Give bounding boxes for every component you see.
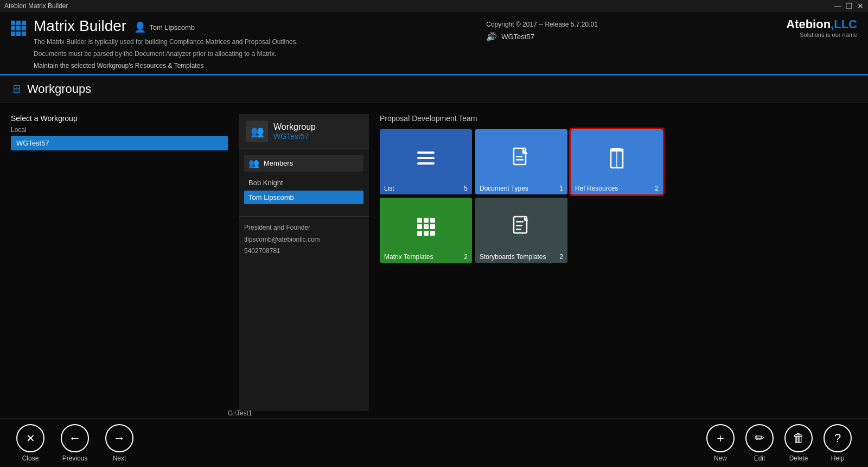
tile-ref-resources-label: Ref Resources [575,185,618,192]
next-button[interactable]: → Next [105,424,133,462]
members-label: Members [264,159,293,167]
section-title: Workgroups [27,82,91,96]
left-panel: Select a Workgroup Local WGTest57 [11,114,228,411]
member-tom-lipscomb[interactable]: Tom Lipscomb [244,191,363,204]
proposal-label: Proposal Development Team [380,114,857,123]
close-label: Close [22,455,39,462]
minimize-button[interactable]: — [834,2,841,10]
help-button[interactable]: ? Help [824,424,852,462]
tile-list-label: List [384,185,394,192]
footer-path: G:\Test1 [228,409,252,417]
main-content: Select a Workgroup Local WGTest57 👥 Work… [0,103,868,422]
workgroup-list-item[interactable]: WGTest57 [11,136,228,150]
tile-storyboards-count: 2 [559,253,563,261]
previous-button[interactable]: ← Previous [61,424,89,462]
tile-ref-resources-bottom: Ref Resources 2 [571,182,663,194]
logo-suffix: ,LLC [831,17,857,31]
header-left: Matrix Builder 👤 Tom Lipscomb The Matrix… [11,17,298,70]
svg-rect-12 [430,224,435,229]
svg-rect-8 [424,218,429,223]
members-icon: 👥 [248,158,259,168]
tile-ref-resources[interactable]: Ref Resources 2 [571,129,663,194]
tile-matrix-templates[interactable]: Matrix Templates 2 [380,198,472,263]
edit-circle: ✏ [745,424,774,452]
workgroup-title-label: Workgroup [273,122,316,132]
local-label: Local [11,126,228,134]
app-header: Matrix Builder 👤 Tom Lipscomb The Matrix… [0,12,868,75]
tile-list-bottom: List 5 [380,182,472,194]
svg-rect-10 [417,224,422,229]
members-section: 👥 Members Bob Knight Tom Lipscomb [239,149,369,211]
atebion-tagline: Solutions is our name [786,31,857,38]
tile-list-count: 5 [464,185,468,192]
footer: ✕ Close ← Previous → Next ＋ New ✏ Edit 🗑… [0,418,868,467]
tile-doc-types-label: Document Types [480,185,528,192]
svg-rect-0 [417,152,435,154]
svg-rect-13 [417,231,422,236]
header-desc1: The Matrix Builder is typically used for… [34,37,298,47]
title-bar-app-title: Atebion Matrix Builder [4,2,68,10]
tile-matrix-templates-count: 2 [464,253,468,261]
title-bar: Atebion Matrix Builder — ❐ ✕ [0,0,868,12]
grid-tiles-icon [415,216,437,242]
help-label: Help [831,455,845,462]
footer-center-buttons: ＋ New ✏ Edit 🗑 Delete ? Help [706,424,852,462]
grid-icon [11,21,26,36]
right-panel: Proposal Development Team List 5 [380,114,857,411]
maximize-button[interactable]: ❐ [846,2,853,10]
member-detail-title: President and Founder [244,222,363,234]
header-right: Atebion,LLC Solutions is our name [786,17,857,38]
tile-ref-resources-count: 2 [655,185,659,192]
member-bob-knight[interactable]: Bob Knight [244,176,363,190]
workgroup-name-value: WGTest57 [273,132,316,141]
tile-document-types[interactable]: Document Types 1 [475,129,567,194]
member-detail-email: tlipscomb@atebionllc.com [244,234,363,246]
active-workgroup-name: WGTest57 [501,33,534,41]
member-detail-phone: 5402708781 [244,245,363,257]
svg-rect-11 [424,224,429,229]
workgroup-header: 👥 Workgroup WGTest57 [239,114,369,149]
svg-rect-2 [417,162,435,165]
tile-storyboards-templates[interactable]: Storyboards Templates 2 [475,198,567,263]
svg-rect-4 [516,156,522,157]
header-title-block: Matrix Builder 👤 Tom Lipscomb The Matrix… [34,17,298,70]
workgroup-header-text: Workgroup WGTest57 [273,122,316,141]
svg-rect-7 [417,218,422,223]
delete-label: Delete [789,455,808,462]
speaker-icon: 🔊 [486,31,497,42]
document-icon [512,147,531,174]
atebion-logo: Atebion,LLC [786,17,857,31]
title-bar-left: Atebion Matrix Builder [4,2,68,10]
workgroup-header-icon: 👥 [246,121,268,142]
title-bar-controls[interactable]: — ❐ ✕ [834,2,864,10]
app-title: Matrix Builder [34,17,126,35]
members-header: 👥 Members [244,155,363,172]
svg-rect-18 [516,225,522,226]
svg-rect-9 [430,218,435,223]
close-circle: ✕ [16,424,44,452]
new-button[interactable]: ＋ New [706,424,735,462]
next-circle: → [105,424,133,452]
workgroups-icon: 🖥 [11,83,22,96]
tile-storyboards-label: Storyboards Templates [480,253,546,261]
edit-button[interactable]: ✏ Edit [745,424,774,462]
previous-label: Previous [62,455,88,462]
workgroup-indicator: 🔊 WGTest57 [486,31,598,42]
tile-matrix-templates-bottom: Matrix Templates 2 [380,251,472,263]
new-label: New [714,455,727,462]
file-text-icon [512,216,531,242]
svg-rect-17 [516,221,524,223]
list-icon [415,147,437,174]
header-subtitle: Maintain the selected Workgroup's Resour… [34,62,298,70]
next-label: Next [113,455,126,462]
svg-rect-1 [417,157,435,159]
close-window-button[interactable]: ✕ [857,2,864,10]
previous-circle: ← [61,424,89,452]
close-button[interactable]: ✕ Close [16,424,44,462]
tile-doc-types-count: 1 [559,185,563,192]
tile-matrix-templates-label: Matrix Templates [384,253,433,261]
user-name: Tom Lipscomb [149,23,195,31]
section-header: 🖥 Workgroups [0,75,868,103]
delete-button[interactable]: 🗑 Delete [784,424,813,462]
tile-list[interactable]: List 5 [380,129,472,194]
